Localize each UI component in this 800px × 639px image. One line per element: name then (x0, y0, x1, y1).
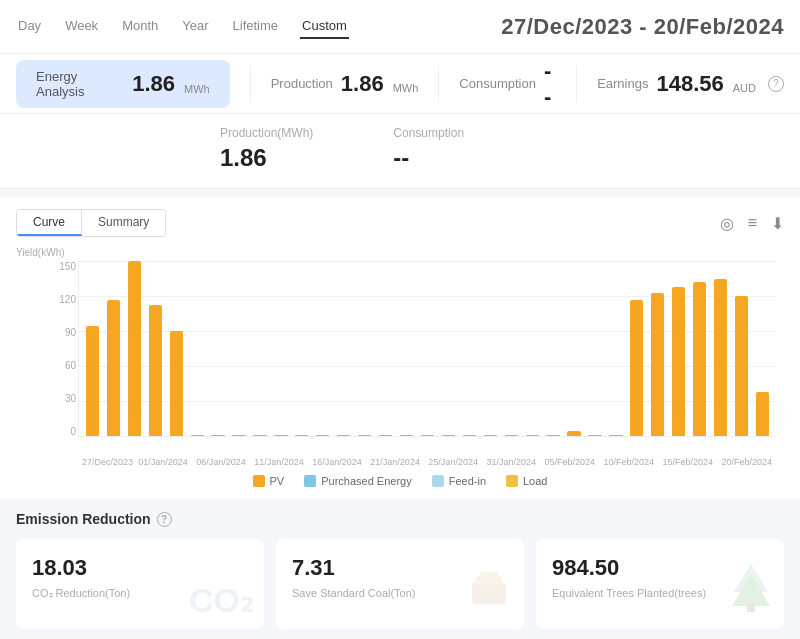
legend-dot-2 (432, 475, 444, 487)
stat-divider-1 (250, 66, 251, 102)
earnings-label: Earnings (597, 76, 648, 91)
nav-tabs: Day Week Month Year Lifetime Custom (16, 14, 349, 39)
tab-day[interactable]: Day (16, 14, 43, 39)
chart-icons: ◎ ≡ ⬇ (720, 214, 784, 233)
x-label-20: 31/Jan/2024 (486, 457, 536, 467)
bar-col-27 (648, 261, 667, 436)
tab-curve[interactable]: Curve (17, 210, 82, 236)
bar-31 (735, 296, 748, 436)
x-label-26: 10/Feb/2024 (603, 457, 654, 467)
svg-rect-5 (747, 604, 755, 612)
bar-col-29 (690, 261, 709, 436)
bar-15 (400, 435, 413, 436)
bar-1 (107, 300, 120, 437)
tab-lifetime[interactable]: Lifetime (231, 14, 281, 39)
bar-5 (191, 435, 204, 436)
tab-month[interactable]: Month (120, 14, 160, 39)
y-tick-150: 150 (46, 261, 76, 272)
consumption-value: -- (544, 58, 556, 110)
bar-col-11 (313, 261, 332, 436)
bar-2 (128, 261, 141, 436)
x-label-17: 25/Jan/2024 (428, 457, 478, 467)
svg-rect-2 (480, 572, 498, 580)
bar-col-13 (355, 261, 374, 436)
bar-19 (484, 435, 497, 436)
bar-col-17 (439, 261, 458, 436)
x-label-14: 21/Jan/2024 (370, 457, 420, 467)
download-icon[interactable]: ⬇ (771, 214, 784, 233)
bar-col-0 (83, 261, 102, 436)
tab-custom[interactable]: Custom (300, 14, 349, 39)
x-label-29: 15/Feb/2024 (662, 457, 713, 467)
tab-week[interactable]: Week (63, 14, 100, 39)
chart-y-axis: 150 120 90 60 30 0 (46, 261, 76, 437)
bar-col-31 (732, 261, 751, 436)
bar-30 (714, 279, 727, 437)
bar-0 (86, 326, 99, 436)
y-tick-0: 0 (46, 426, 76, 437)
bar-23 (567, 431, 580, 436)
bar-col-14 (376, 261, 395, 436)
emission-card-0: 18.03CO₂ Reduction(Ton)CO₂ (16, 539, 264, 629)
emission-help-icon[interactable]: ? (157, 512, 172, 527)
bar-col-30 (711, 261, 730, 436)
emission-card-1: 7.31Save Standard Coal(Ton) (276, 539, 524, 629)
bar-col-1 (104, 261, 123, 436)
y-tick-120: 120 (46, 294, 76, 305)
emission-card-2: 984.50Equivalent Trees Planted(trees) (536, 539, 784, 629)
chart-y-label: Yield(kWh) (16, 247, 65, 258)
y-tick-30: 30 (46, 393, 76, 404)
bar-22 (546, 435, 559, 436)
chart-plot-area (78, 261, 776, 437)
production-label: Production (271, 76, 333, 91)
bar-8 (253, 435, 266, 436)
bar-col-9 (271, 261, 290, 436)
bar-9 (274, 435, 287, 436)
bar-col-22 (544, 261, 563, 436)
emission-icon-coal (464, 562, 514, 621)
energy-analysis-value: 1.86 (132, 71, 175, 97)
bar-col-32 (753, 261, 772, 436)
bar-17 (442, 435, 455, 436)
chart-section: Curve Summary ◎ ≡ ⬇ Yield(kWh) 150 120 9… (0, 197, 800, 499)
bar-4 (170, 331, 183, 436)
chart-tabs: Curve Summary (16, 209, 166, 237)
bar-11 (316, 435, 329, 436)
filter-icon[interactable]: ◎ (720, 214, 734, 233)
earnings-help-icon[interactable]: ? (768, 76, 784, 92)
legend-label-0: PV (270, 475, 285, 487)
legend-item-3: Load (506, 475, 547, 487)
earnings-value: 148.56 (656, 71, 723, 97)
bar-col-4 (167, 261, 186, 436)
bar-col-18 (460, 261, 479, 436)
bar-col-2 (125, 261, 144, 436)
top-nav: Day Week Month Year Lifetime Custom 27/D… (0, 0, 800, 54)
tab-summary[interactable]: Summary (82, 210, 165, 236)
y-tick-90: 90 (46, 327, 76, 338)
tab-year[interactable]: Year (180, 14, 210, 39)
bar-col-12 (334, 261, 353, 436)
detail-production-value: 1.86 (220, 144, 313, 172)
bar-16 (421, 435, 434, 436)
bar-col-21 (523, 261, 542, 436)
stats-bar: Energy Analysis 1.86 MWh Production 1.86… (0, 54, 800, 114)
grid-line-0 (79, 436, 776, 437)
bar-col-19 (481, 261, 500, 436)
bar-27 (651, 293, 664, 437)
emission-section: Emission Reduction ? 18.03CO₂ Reduction(… (0, 499, 800, 639)
bar-col-15 (397, 261, 416, 436)
detail-production-label: Production(MWh) (220, 126, 313, 140)
bar-26 (630, 300, 643, 437)
x-label-5: 06/Jan/2024 (196, 457, 246, 467)
bar-21 (526, 435, 539, 436)
bar-col-10 (292, 261, 311, 436)
legend-item-0: PV (253, 475, 285, 487)
detail-consumption-value: -- (393, 144, 464, 172)
menu-icon[interactable]: ≡ (748, 214, 757, 232)
emission-icon-co2: CO₂ (189, 576, 254, 621)
bar-6 (211, 435, 224, 436)
energy-analysis-unit: MWh (184, 83, 210, 95)
emission-title-text: Emission Reduction (16, 511, 151, 527)
x-label-2: 01/Jan/2024 (138, 457, 188, 467)
bar-3 (149, 305, 162, 436)
